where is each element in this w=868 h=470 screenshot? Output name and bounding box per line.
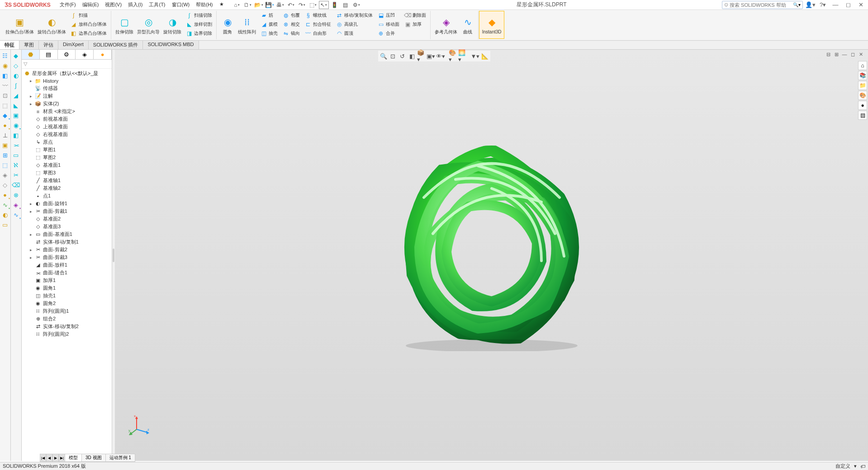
moveface-button[interactable]: ▭移动面 <box>376 20 401 29</box>
menu-file[interactable]: 文件(F) <box>57 0 79 9</box>
wrap-button[interactable]: ◍包覆 <box>281 11 301 20</box>
qat-home-icon[interactable]: ⌂▾ <box>232 1 242 9</box>
tree-item[interactable]: ▸◐曲面-旋转1 <box>23 200 111 207</box>
status-units[interactable]: 自定义 <box>835 463 850 470</box>
tree-expand-icon[interactable]: ▸ <box>29 209 33 214</box>
fm-tab-display-icon[interactable]: ● <box>94 50 112 59</box>
zoom-area-icon[interactable]: ⊡ <box>389 52 398 61</box>
qat-select-icon[interactable]: ⬚▾ <box>308 1 318 9</box>
lt1-btn6-icon[interactable]: ⬚ <box>0 100 10 110</box>
lt2-btn15-icon[interactable]: ⊗ <box>11 190 21 200</box>
help-icon[interactable]: ?▾ <box>817 1 828 9</box>
lt1-btn17-icon[interactable]: ◐ <box>0 210 10 220</box>
tree-item[interactable]: ▸📦实体(2) <box>23 100 111 108</box>
tree-item[interactable]: ⁞⁞阵列(圆周)2 <box>23 330 111 338</box>
lt1-btn9-icon[interactable]: ⊥ <box>0 130 10 140</box>
lt1-btn11-icon[interactable]: ⊞ <box>0 150 10 160</box>
fm-tab-property-icon[interactable]: ▤ <box>40 50 58 59</box>
tree-item[interactable]: ⬚草图2 <box>23 154 111 161</box>
lt1-btn10-icon[interactable]: ▣ <box>0 140 10 150</box>
menu-window[interactable]: 窗口(W) <box>169 0 193 9</box>
fillet-button[interactable]: ◉圆角 <box>219 11 236 39</box>
status-dd-icon[interactable]: ▾ <box>854 463 857 469</box>
tree-expand-icon[interactable]: ▸ <box>29 248 33 252</box>
tree-item[interactable]: ◇前视基准面 <box>23 115 111 123</box>
lt1-btn7-icon[interactable]: ◆▾ <box>0 110 10 120</box>
fm-tab-dimxpert-icon[interactable]: ◈ <box>76 50 94 59</box>
tree-item[interactable]: ⇄实体-移动/复制2 <box>23 323 111 330</box>
status-tag-icon[interactable]: 🏷 <box>860 464 865 469</box>
tab-evaluate[interactable]: 评估 <box>39 41 58 49</box>
tree-item[interactable]: ≡材质 <未指定> <box>23 108 111 115</box>
lt2-btn2-icon[interactable]: ◇ <box>11 61 21 70</box>
vp-cb1-icon[interactable]: ⊟ <box>825 51 832 58</box>
search-go-icon[interactable]: 🔍▾ <box>793 2 801 7</box>
user-icon[interactable]: 👤▾ <box>805 1 816 9</box>
vp-close-icon[interactable]: ✕ <box>857 51 864 58</box>
intersect-button[interactable]: ⊗相交 <box>281 20 301 29</box>
rib-button[interactable]: ▰筋 <box>259 11 279 20</box>
search-box[interactable]: ⊙ 🔍▾ <box>722 1 803 9</box>
tree-item[interactable]: ◇基准面1 <box>23 161 111 169</box>
qat-undo-icon[interactable]: ↶▾ <box>286 1 296 9</box>
loft-button[interactable]: ◢放样凸台/基体 <box>69 20 109 29</box>
qat-open-icon[interactable]: 📂▾ <box>254 1 264 9</box>
shell-button[interactable]: ◫抽壳 <box>259 29 279 38</box>
vp-max-icon[interactable]: ◻ <box>849 51 856 58</box>
tree-item[interactable]: ▸📝注解 <box>23 92 111 100</box>
tree-item[interactable]: ◉圆角2 <box>23 300 111 307</box>
lt1-btn15-icon[interactable]: ●▾ <box>0 190 10 200</box>
taskpane-custom-props-icon[interactable]: ▤ <box>858 111 867 120</box>
menu-help[interactable]: 帮助(H) <box>193 0 215 9</box>
lt1-btn8-icon[interactable]: ●▾ <box>0 120 10 130</box>
lt2-btn11-icon[interactable]: ▭ <box>11 150 21 160</box>
tree-expand-icon[interactable]: ▸ <box>29 79 33 83</box>
tree-expand-icon[interactable]: ▸ <box>29 94 33 99</box>
curves-button[interactable]: ∿曲线 <box>459 11 476 39</box>
tree-item[interactable]: ▸✂曲面-剪裁3 <box>23 254 111 261</box>
lt2-btn1-icon[interactable]: ◆ <box>11 51 21 61</box>
qat-new-icon[interactable]: 🗋▾ <box>243 1 253 9</box>
lt1-btn13-icon[interactable]: ◈ <box>0 170 10 180</box>
loft-cut-button[interactable]: ◣放样切割 <box>184 20 213 29</box>
menu-pin-icon[interactable]: ★ <box>217 0 227 9</box>
lt1-btn5-icon[interactable]: ⊡ <box>0 90 10 100</box>
qat-rebuild-icon[interactable]: 🚦 <box>330 1 340 9</box>
lt2-btn6-icon[interactable]: ◣ <box>11 100 21 110</box>
qat-cursor-icon[interactable]: ↖▾ <box>319 1 329 9</box>
tree-item[interactable]: ◇基准面3 <box>23 223 111 230</box>
render-icon[interactable]: 📐 <box>480 52 489 61</box>
maximize-icon[interactable]: ◻ <box>843 1 854 9</box>
tree-item[interactable]: ◉圆角1 <box>23 284 111 292</box>
tree-item[interactable]: ▸📁History <box>23 77 111 85</box>
vp-cb2-icon[interactable]: ⊞ <box>833 51 840 58</box>
tree-expand-icon[interactable]: ▸ <box>29 102 33 106</box>
lt1-btn3-icon[interactable]: ◧ <box>0 70 10 80</box>
tree-item[interactable]: •点1 <box>23 192 111 200</box>
draft-button[interactable]: ◢拨模 <box>259 20 279 29</box>
sweep-cut-button[interactable]: ∫扫描切除 <box>184 11 213 20</box>
tree-item[interactable]: ⬚草图3 <box>23 169 111 177</box>
vp-min-icon[interactable]: — <box>841 51 848 58</box>
revolve-cut-button[interactable]: ◑旋转切除 <box>161 11 183 39</box>
btab-model[interactable]: 模型 <box>65 454 82 462</box>
move-body-button[interactable]: ⇄移动/复制实体 <box>334 11 374 20</box>
fm-tab-config-icon[interactable]: ⚙ <box>58 50 76 59</box>
lt2-btn4-icon[interactable]: ∫ <box>11 80 21 90</box>
lt2-btn17-icon[interactable]: ∿▾ <box>11 210 21 220</box>
taskpane-view-palette-icon[interactable]: 🎨 <box>858 91 867 100</box>
tree-expand-icon[interactable]: ▸ <box>29 255 33 260</box>
mirror-button[interactable]: ⇋镜向 <box>281 29 301 38</box>
tree-item[interactable]: ◢曲面-放样1 <box>23 261 111 269</box>
extrude-boss-button[interactable]: ▣拉伸凸台/基体 <box>4 11 36 39</box>
apply-scene-icon[interactable]: 🌅▾ <box>458 52 467 61</box>
fm-tab-tree-icon[interactable]: ⬣ <box>22 50 40 59</box>
search-input[interactable] <box>730 2 793 8</box>
tree-item[interactable]: ╱基准轴1 <box>23 177 111 184</box>
display-style-icon[interactable]: ▣▾ <box>427 52 436 61</box>
lt1-btn16-icon[interactable]: ∿▾ <box>0 200 10 210</box>
tree-item[interactable]: ⊕组合2 <box>23 315 111 323</box>
sweep-button[interactable]: ∫扫描 <box>69 11 109 20</box>
lt2-btn8-icon[interactable]: ◉▾ <box>11 120 21 130</box>
hole-wizard-button[interactable]: ◎异型孔向导 <box>135 11 161 39</box>
